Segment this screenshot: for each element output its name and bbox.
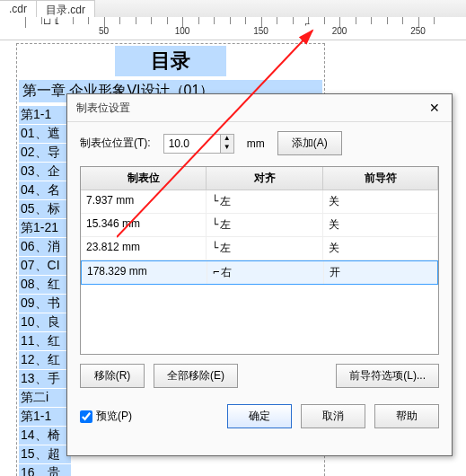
document-tabs: .cdr 目录.cdr — [0, 0, 466, 18]
list-item: 15、超 — [19, 445, 71, 463]
ruler[interactable]: 50100150200250⌐└┘└ — [0, 17, 466, 40]
preview-checkbox[interactable]: 预览(P) — [80, 409, 132, 424]
page-title: 目录 — [115, 46, 226, 76]
list-item: 08、红 — [19, 276, 71, 294]
list-item: 05、标 — [19, 200, 71, 218]
add-button[interactable]: 添加(A) — [277, 131, 342, 155]
list-item: 13、手 — [19, 370, 71, 388]
table-row[interactable]: 15.346 mm└左关 — [81, 214, 438, 237]
dialog-title: 制表位设置 — [76, 101, 130, 116]
cancel-button[interactable]: 取消 — [301, 404, 365, 428]
preview-label: 预览(P) — [96, 409, 132, 424]
table-row[interactable]: 23.812 mm└左关 — [81, 237, 438, 260]
unit-label: mm — [247, 137, 265, 150]
table-row[interactable]: 178.329 mm⌐右开 — [81, 260, 438, 285]
remove-button[interactable]: 移除(R) — [80, 364, 145, 388]
list-item: 第1-1 — [19, 408, 71, 426]
tab-doc-1[interactable]: .cdr — [0, 0, 37, 17]
list-item: 06、消 — [19, 238, 71, 256]
leader-options-button[interactable]: 前导符选项(L)... — [336, 364, 439, 388]
close-icon[interactable]: ✕ — [426, 100, 443, 116]
list-item: 11、红 — [19, 332, 71, 350]
preview-checkbox-input[interactable] — [80, 410, 92, 423]
list-item: 第1-21 — [19, 219, 71, 237]
list-item: 09、书 — [19, 295, 71, 313]
column-header-position: 制表位 — [81, 167, 207, 190]
list-item: 07、CI — [19, 257, 71, 275]
list-item: 10、良 — [19, 313, 71, 331]
tab-settings-dialog: 制表位设置 ✕ 制表位位置(T): ▲ ▼ mm 添加(A) 制表位 对齐 前导… — [66, 93, 453, 456]
ok-button[interactable]: 确定 — [227, 404, 292, 428]
tab-doc-2[interactable]: 目录.cdr — [37, 0, 95, 17]
table-row[interactable]: 7.937 mm└左关 — [81, 190, 438, 214]
list-item: 03、企 — [19, 163, 71, 181]
list-item: 第二i — [19, 389, 71, 407]
tab-position-spinner[interactable]: ▲ ▼ — [163, 134, 234, 154]
list-item: 第1-1 — [19, 106, 71, 124]
list-item: 02、导 — [19, 144, 71, 162]
list-item: 01、遮 — [19, 125, 71, 143]
list-item: 14、椅 — [19, 427, 71, 445]
spinner-up-icon[interactable]: ▲ — [221, 135, 233, 144]
tab-position-input[interactable] — [164, 135, 220, 153]
help-button[interactable]: 帮助 — [374, 404, 439, 428]
list-item: 04、名 — [19, 181, 71, 199]
column-header-align: 对齐 — [207, 167, 323, 190]
remove-all-button[interactable]: 全部移除(E) — [154, 364, 238, 388]
tab-stops-table[interactable]: 制表位 对齐 前导符 7.937 mm└左关15.346 mm└左关23.812… — [80, 166, 439, 355]
list-item: 12、红 — [19, 351, 71, 369]
tab-position-label: 制表位位置(T): — [80, 136, 151, 151]
list-item: 16、贵 — [19, 464, 71, 476]
column-header-leader: 前导符 — [323, 167, 438, 190]
spinner-down-icon[interactable]: ▼ — [221, 144, 233, 153]
